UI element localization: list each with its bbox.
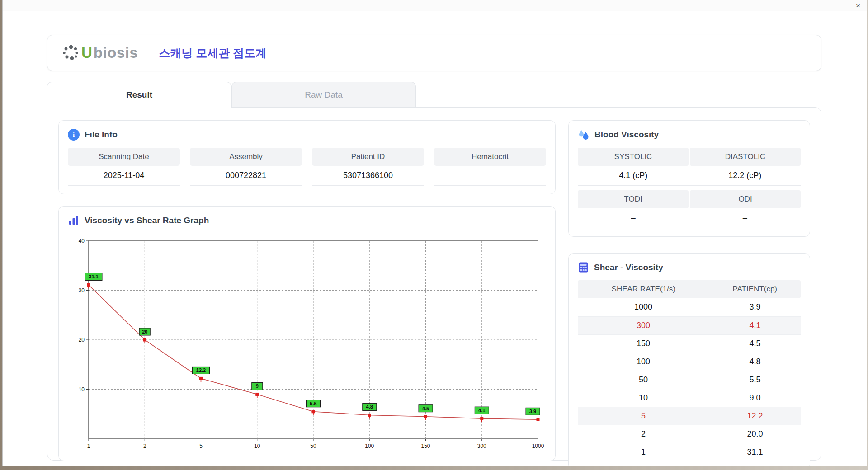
app-window: × Ubiosis 스캐닝 모세관 점도계 bbox=[2, 0, 867, 466]
shear-rate-cell: 2 bbox=[578, 425, 709, 443]
shear-rate-cell: 150 bbox=[578, 334, 709, 352]
svg-text:4.8: 4.8 bbox=[366, 404, 373, 409]
blood-viscosity-title-row: Blood Viscosity bbox=[578, 129, 801, 141]
todi-value: – bbox=[578, 208, 689, 228]
table-row: 10003.9 bbox=[578, 298, 801, 316]
titlebar: × bbox=[3, 0, 867, 11]
shear-viscosity-card: Shear - Viscosity SHEAR RATE(1/s) PATIEN… bbox=[568, 253, 810, 466]
field-value: 53071366100 bbox=[312, 166, 424, 186]
odi-value: – bbox=[689, 208, 801, 228]
patient-cell: 4.8 bbox=[709, 352, 801, 371]
table-row: 131.1 bbox=[578, 443, 801, 461]
table-row: 220.0 bbox=[578, 425, 801, 443]
todi-label: TODI bbox=[578, 190, 689, 208]
bv-header-row-2: TODI ODI bbox=[578, 190, 801, 208]
field-label: Hematocrit bbox=[434, 148, 546, 166]
svg-text:4.5: 4.5 bbox=[422, 406, 429, 411]
svg-text:3.9: 3.9 bbox=[529, 409, 536, 414]
patient-cell: 31.1 bbox=[709, 443, 801, 461]
tab-result[interactable]: Result bbox=[47, 82, 231, 108]
svg-text:50: 50 bbox=[310, 443, 316, 449]
patient-cell: 12.2 bbox=[709, 407, 801, 425]
svg-text:20: 20 bbox=[142, 329, 147, 334]
svg-text:20: 20 bbox=[79, 337, 85, 343]
tab-raw-data-label: Raw Data bbox=[305, 90, 342, 100]
shear-viscosity-title: Shear - Viscosity bbox=[594, 263, 663, 273]
shear-rate-cell: 100 bbox=[578, 352, 709, 371]
shear-rate-cell: 10 bbox=[578, 389, 709, 407]
shear-viscosity-title-row: Shear - Viscosity bbox=[578, 262, 801, 273]
tab-raw-data[interactable]: Raw Data bbox=[231, 82, 416, 107]
graph-title: Viscosity vs Shear Rate Graph bbox=[85, 216, 209, 226]
table-row: 3004.1 bbox=[578, 316, 801, 334]
file-info-card: i File Info Scanning Date 2025-11-04 Ass… bbox=[58, 120, 556, 194]
logo-text-u: U bbox=[81, 44, 92, 61]
table-row: 1504.5 bbox=[578, 334, 801, 352]
page-title: 스캐닝 모세관 점도계 bbox=[159, 46, 267, 61]
ubiosis-logo: Ubiosis bbox=[62, 44, 138, 62]
file-info-title: File Info bbox=[85, 130, 118, 140]
svg-text:1000: 1000 bbox=[532, 443, 544, 449]
shear-rate-cell: 50 bbox=[578, 371, 709, 389]
svg-text:40: 40 bbox=[79, 238, 85, 244]
patient-cell: 4.5 bbox=[709, 334, 801, 352]
logo-text-rest: biosis bbox=[94, 44, 138, 61]
field-assembly: Assembly 000722821 bbox=[190, 148, 302, 186]
info-icon: i bbox=[68, 129, 80, 141]
field-hematocrit: Hematocrit bbox=[434, 148, 546, 186]
diastolic-label: DIASTOLIC bbox=[690, 148, 801, 166]
field-patient-id: Patient ID 53071366100 bbox=[312, 148, 424, 186]
field-value: 2025-11-04 bbox=[68, 166, 180, 186]
close-icon[interactable]: × bbox=[856, 0, 860, 11]
tab-result-label: Result bbox=[126, 90, 152, 100]
shear-rate-cell: 300 bbox=[578, 316, 709, 334]
svg-text:100: 100 bbox=[365, 443, 374, 449]
field-label: Patient ID bbox=[312, 148, 424, 166]
shear-rate-cell: 5 bbox=[578, 407, 709, 425]
svg-text:5.5: 5.5 bbox=[310, 401, 316, 406]
patient-cell: 4.1 bbox=[709, 316, 801, 334]
blood-viscosity-card: Blood Viscosity SYSTOLIC DIASTOLIC 4.1 (… bbox=[568, 120, 810, 237]
svg-text:31.1: 31.1 bbox=[89, 274, 98, 279]
tab-bar: Result Raw Data bbox=[47, 82, 821, 107]
svg-text:5: 5 bbox=[199, 443, 203, 449]
svg-text:1: 1 bbox=[87, 443, 90, 449]
shear-rate-cell: 1 bbox=[578, 443, 709, 461]
svg-text:300: 300 bbox=[477, 443, 486, 449]
bv-value-row-2: – – bbox=[578, 208, 801, 228]
table-header-row: SHEAR RATE(1/s) PATIENT(cp) bbox=[578, 280, 801, 298]
bv-value-row-1: 4.1 (cP) 12.2 (cP) bbox=[578, 166, 801, 186]
bv-header-row-1: SYSTOLIC DIASTOLIC bbox=[578, 148, 801, 166]
column-shear-rate: SHEAR RATE(1/s) bbox=[578, 280, 709, 298]
graph-title-row: Viscosity vs Shear Rate Graph bbox=[68, 215, 546, 226]
svg-text:30: 30 bbox=[79, 287, 85, 294]
app-content: Ubiosis 스캐닝 모세관 점도계 Result Raw Data i Fi… bbox=[3, 11, 867, 466]
viscosity-graph-card: Viscosity vs Shear Rate Graph 1020304012… bbox=[58, 206, 556, 461]
table-row: 512.2 bbox=[578, 407, 801, 425]
result-panel: i File Info Scanning Date 2025-11-04 Ass… bbox=[47, 107, 821, 461]
file-info-title-row: i File Info bbox=[68, 129, 546, 141]
field-label: Scanning Date bbox=[68, 148, 180, 166]
droplet-icon bbox=[578, 129, 590, 141]
header: Ubiosis 스캐닝 모세관 점도계 bbox=[47, 35, 821, 71]
table-row: 1004.8 bbox=[578, 352, 801, 371]
patient-cell: 9.0 bbox=[709, 389, 801, 407]
systolic-label: SYSTOLIC bbox=[578, 148, 689, 166]
viscosity-chart: 102030401251050100150300100031.12012.295… bbox=[68, 234, 546, 452]
patient-cell: 20.0 bbox=[709, 425, 801, 443]
shear-rate-cell: 1000 bbox=[578, 298, 709, 316]
calculator-icon bbox=[578, 262, 589, 273]
svg-text:150: 150 bbox=[421, 443, 430, 449]
blood-viscosity-title: Blood Viscosity bbox=[594, 130, 659, 140]
patient-cell: 5.5 bbox=[709, 371, 801, 389]
file-info-fields: Scanning Date 2025-11-04 Assembly 000722… bbox=[68, 148, 546, 186]
field-scanning-date: Scanning Date 2025-11-04 bbox=[68, 148, 180, 186]
diastolic-value: 12.2 (cP) bbox=[689, 166, 801, 186]
patient-cell: 3.9 bbox=[709, 298, 801, 316]
right-column: Blood Viscosity SYSTOLIC DIASTOLIC 4.1 (… bbox=[568, 120, 810, 449]
svg-text:12.2: 12.2 bbox=[196, 367, 206, 373]
logo-dots-icon bbox=[62, 44, 80, 62]
odi-label: ODI bbox=[690, 190, 801, 208]
systolic-value: 4.1 (cP) bbox=[578, 166, 689, 186]
svg-text:2: 2 bbox=[143, 443, 146, 449]
